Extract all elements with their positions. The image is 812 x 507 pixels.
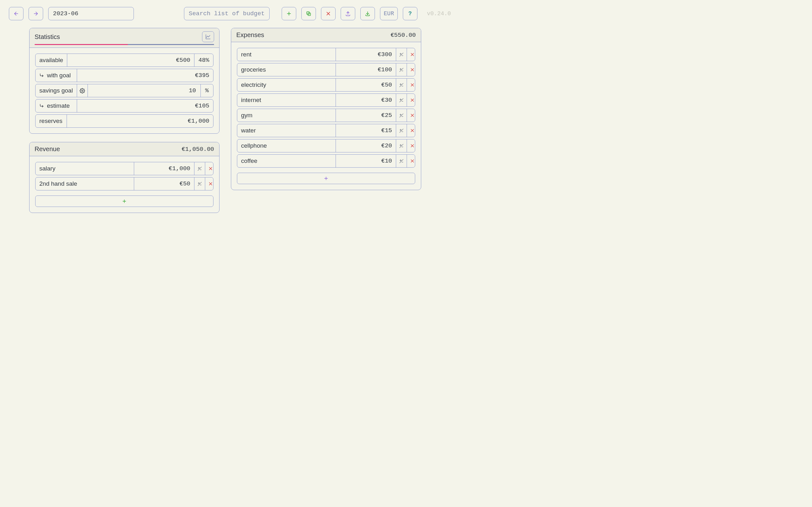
close-icon (410, 83, 415, 87)
expense-item-adjust-button[interactable] (396, 139, 407, 152)
expense-item-delete-button[interactable] (407, 109, 415, 122)
left-column: Statistics available €500 48% (29, 28, 219, 213)
gear-icon (80, 88, 85, 94)
stat-row-estimate: estimate €105 (35, 99, 213, 112)
delete-budget-button[interactable] (321, 7, 336, 20)
stat-label-text: estimate (47, 102, 70, 109)
expense-item-amount[interactable]: €10 (336, 155, 396, 167)
expense-item-amount[interactable]: €50 (336, 78, 396, 91)
add-revenue-button[interactable] (35, 195, 213, 207)
expense-item-row: electricity€50 (237, 78, 415, 92)
expense-item-adjust-button[interactable] (396, 109, 407, 122)
close-icon (410, 113, 415, 118)
expense-item-amount[interactable]: €20 (336, 139, 396, 152)
savings-goal-unit: % (200, 84, 213, 97)
expense-item-adjust-button[interactable] (396, 155, 407, 167)
savings-goal-value-cell[interactable] (88, 84, 200, 97)
import-button[interactable] (360, 7, 375, 20)
expense-item-delete-button[interactable] (407, 155, 415, 167)
expense-item-adjust-button[interactable] (396, 94, 407, 107)
statistics-header: Statistics (30, 28, 219, 48)
revenue-item-delete-button[interactable] (205, 162, 213, 175)
revenue-item-adjust-button[interactable] (194, 162, 205, 175)
expense-item-amount[interactable]: €25 (336, 109, 396, 122)
search-input[interactable] (184, 7, 270, 20)
next-period-button[interactable] (29, 7, 43, 20)
expense-item-name[interactable]: internet (237, 94, 336, 107)
duplicate-button[interactable] (301, 7, 316, 20)
export-button[interactable] (341, 7, 355, 20)
revenue-item-name[interactable]: 2nd hand sale (36, 177, 134, 190)
svg-line-69 (400, 159, 403, 163)
stat-row-with-goal: with goal €395 (35, 69, 213, 82)
stat-label: savings goal (36, 84, 77, 97)
expense-item-amount[interactable]: €30 (336, 94, 396, 107)
main: Statistics available €500 48% (0, 27, 812, 226)
svg-line-19 (198, 182, 201, 185)
close-icon (410, 144, 415, 148)
expenses-panel: Expenses €550.00 rent€300groceries€100el… (231, 28, 421, 190)
prev-period-button[interactable] (9, 7, 23, 20)
expense-item-amount[interactable]: €100 (336, 63, 396, 76)
stat-value: €1,000 (67, 115, 213, 127)
expense-item-delete-button[interactable] (407, 94, 415, 107)
help-button[interactable]: ? (403, 7, 417, 20)
expense-item-delete-button[interactable] (407, 78, 415, 91)
expense-item-name[interactable]: electricity (237, 78, 336, 91)
download-icon (365, 11, 370, 16)
stat-row-reserves: reserves €1,000 (35, 114, 213, 128)
stat-pct: 48% (194, 54, 213, 66)
expense-item-adjust-button[interactable] (396, 78, 407, 91)
expense-item-adjust-button[interactable] (396, 48, 407, 61)
expense-item-delete-button[interactable] (407, 48, 415, 61)
plus-minus-icon (399, 83, 404, 88)
expense-item-delete-button[interactable] (407, 124, 415, 137)
svg-line-33 (400, 68, 403, 71)
stat-label: available (36, 54, 67, 66)
revenue-total: €1,050.00 (182, 146, 214, 153)
expense-item-adjust-button[interactable] (396, 124, 407, 137)
statistics-body: available €500 48% with goal €395 saving… (30, 48, 219, 133)
currency-button[interactable]: EUR (380, 7, 398, 20)
chart-icon (205, 34, 211, 40)
expense-item-name[interactable]: water (237, 124, 336, 137)
revenue-item-amount[interactable]: €1,000 (134, 162, 194, 175)
plus-minus-icon (399, 67, 404, 72)
statistics-chart-button[interactable] (202, 32, 214, 42)
revenue-item-adjust-button[interactable] (194, 177, 205, 190)
new-budget-button[interactable] (282, 7, 296, 20)
svg-line-51 (400, 113, 403, 117)
close-icon (410, 128, 415, 133)
revenue-item-amount[interactable]: €50 (134, 177, 194, 190)
expense-item-name[interactable]: gym (237, 109, 336, 122)
revenue-item-delete-button[interactable] (205, 177, 213, 190)
expense-item-name[interactable]: cellphone (237, 139, 336, 152)
expense-item-row: coffee€10 (237, 154, 415, 168)
expense-item-name[interactable]: coffee (237, 155, 336, 167)
expense-item-adjust-button[interactable] (396, 63, 407, 76)
expenses-header: Expenses €550.00 (231, 28, 421, 42)
help-label: ? (409, 10, 412, 17)
add-expense-button[interactable] (237, 173, 415, 184)
progress-segment-expenses (35, 44, 128, 45)
period-input[interactable] (48, 7, 134, 20)
svg-line-27 (400, 53, 403, 56)
arrow-left-icon (13, 11, 19, 16)
stat-label-text: with goal (47, 72, 71, 79)
progress-segment-available (128, 44, 214, 45)
expense-item-delete-button[interactable] (407, 139, 415, 152)
expense-item-amount[interactable]: €15 (336, 124, 396, 137)
expense-item-name[interactable]: groceries (237, 63, 336, 76)
savings-goal-settings-button[interactable] (77, 84, 88, 97)
statistics-progress-bar (35, 44, 214, 45)
close-icon (410, 98, 415, 102)
expense-item-name[interactable]: rent (237, 48, 336, 61)
upload-icon (345, 11, 351, 16)
arrow-right-icon (33, 11, 39, 16)
expense-item-delete-button[interactable] (407, 63, 415, 76)
savings-goal-input[interactable] (92, 87, 197, 95)
expense-item-amount[interactable]: €300 (336, 48, 396, 61)
plus-minus-icon (399, 144, 404, 148)
revenue-item-name[interactable]: salary (36, 162, 134, 175)
revenue-header: Revenue €1,050.00 (30, 142, 219, 156)
